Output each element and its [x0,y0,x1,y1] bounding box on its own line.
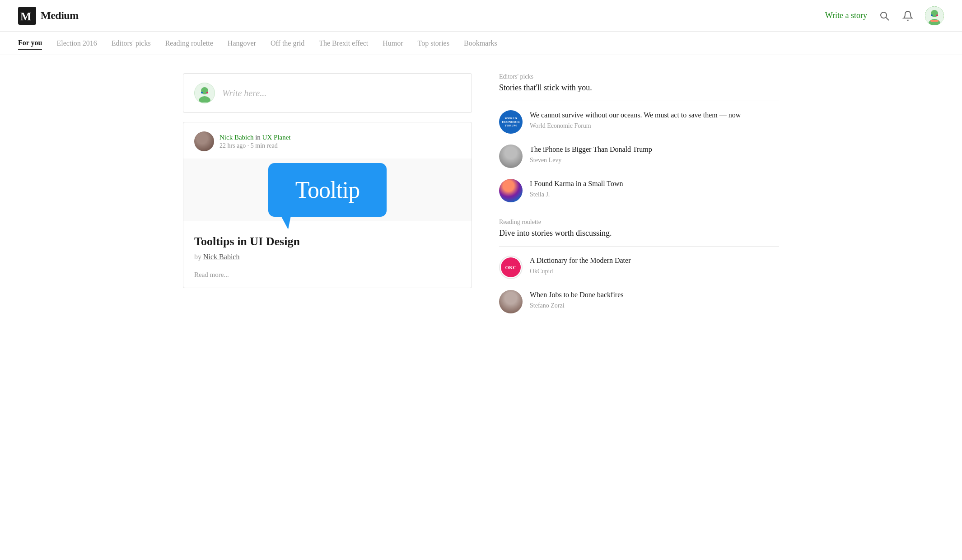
article-card: Nick Babich in UX Planet 22 hrs ago · 5 … [183,122,472,288]
reading-roulette-subtitle: Dive into stories worth discussing. [499,228,779,239]
byline-author-link[interactable]: Nick Babich [203,253,239,261]
meta-author-line: Nick Babich in UX Planet [219,134,291,141]
nav-item-for-you[interactable]: For you [18,37,42,50]
left-column: Write here... Nick Babich in UX Planet 2… [183,73,472,330]
header: M Medium Write a story [0,0,962,32]
navigation: For you Election 2016 Editors' picks Rea… [0,32,962,55]
svg-point-14 [206,92,208,93]
header-right: Write a story [825,6,944,25]
author-avatar [194,131,214,151]
list-item[interactable]: I Found Karma in a Small Town Stella J. [499,179,779,202]
meta-text: Nick Babich in UX Planet 22 hrs ago · 5 … [219,134,291,149]
main-content: Write here... Nick Babich in UX Planet 2… [165,55,797,330]
logo-area: M Medium [18,7,825,25]
svg-point-2 [881,12,887,18]
article-image: Tooltip [183,159,472,221]
nav-item-bookmarks[interactable]: Bookmarks [464,37,497,49]
story-title[interactable]: I Found Karma in a Small Town [530,179,623,189]
nav-item-editors-picks[interactable]: Editors' picks [112,37,151,49]
story-author: Stefano Zorzi [530,302,624,309]
time-ago: 22 hrs ago [219,142,246,149]
nav-item-brexit[interactable]: The Brexit effect [319,37,368,49]
right-column: Editors' picks Stories that'll stick wit… [499,73,779,330]
nav-item-election[interactable]: Election 2016 [56,37,97,49]
story-thumb-wef: WORLDECONOMICFORUM [499,110,523,134]
meta-time-read: 22 hrs ago · 5 min read [219,142,291,149]
story-author: World Economic Forum [530,122,741,130]
avatar-image [925,6,944,25]
user-avatar[interactable] [925,6,944,25]
story-text: A Dictionary for the Modern Dater OkCupi… [530,256,630,275]
article-byline: by Nick Babich [194,253,461,261]
story-thumb-stella [499,179,523,202]
story-thumb-okc: OKC [499,256,523,279]
read-time: 5 min read [251,142,278,149]
editors-picks-subtitle: Stories that'll stick with you. [499,82,779,93]
nav-item-top-stories[interactable]: Top stories [418,37,449,49]
byline-prefix: by [194,253,201,261]
story-title[interactable]: A Dictionary for the Modern Dater [530,256,630,266]
nav-item-hangover[interactable]: Hangover [228,37,256,49]
svg-point-7 [931,14,933,16]
article-title[interactable]: Tooltips in UI Design [194,234,461,249]
nav-item-off-the-grid[interactable]: Off the grid [271,37,304,49]
editors-picks-title: Editors' picks [499,73,779,80]
meta-dot: · [248,142,251,149]
tooltip-bubble: Tooltip [268,163,387,217]
logo-text: Medium [41,9,79,22]
story-author: Steven Levy [530,157,652,164]
reading-roulette-title: Reading roulette [499,219,779,226]
story-title[interactable]: When Jobs to be Done backfires [530,290,624,300]
read-more-link[interactable]: Read more... [183,266,472,288]
story-text: The iPhone Is Bigger Than Donald Trump S… [530,145,652,163]
article-title-section: Tooltips in UI Design by Nick Babich [183,221,472,266]
okc-logo: OKC [501,257,521,277]
write-story-link[interactable]: Write a story [825,11,867,20]
story-text: We cannot survive without our oceans. We… [530,110,741,129]
svg-line-3 [886,17,889,20]
story-author: OkCupid [530,268,630,275]
tooltip-label: Tooltip [295,177,360,203]
write-box-avatar [194,83,215,103]
story-title[interactable]: We cannot survive without our oceans. We… [530,110,741,120]
publication-link[interactable]: UX Planet [262,134,291,141]
reading-roulette-section: Reading roulette Dive into stories worth… [499,219,779,313]
svg-text:M: M [20,10,32,23]
list-item[interactable]: WORLDECONOMICFORUM We cannot survive wit… [499,110,779,134]
article-meta: Nick Babich in UX Planet 22 hrs ago · 5 … [183,122,472,159]
tooltip-graphic: Tooltip [268,163,387,217]
meta-in: in [255,134,262,141]
svg-point-13 [201,92,203,93]
write-box[interactable]: Write here... [183,73,472,113]
editors-picks-divider [499,101,779,101]
story-thumb-stefano [499,290,523,313]
story-text: When Jobs to be Done backfires Stefano Z… [530,290,624,309]
write-placeholder[interactable]: Write here... [222,88,266,98]
editors-picks-section: Editors' picks Stories that'll stick wit… [499,73,779,202]
story-text: I Found Karma in a Small Town Stella J. [530,179,623,198]
nav-item-reading-roulette[interactable]: Reading roulette [165,37,213,49]
author-link[interactable]: Nick Babich [219,134,253,141]
search-icon[interactable] [878,9,891,22]
list-item[interactable]: When Jobs to be Done backfires Stefano Z… [499,290,779,313]
list-item[interactable]: The iPhone Is Bigger Than Donald Trump S… [499,145,779,168]
svg-point-8 [936,14,938,16]
nav-item-humor[interactable]: Humor [383,37,403,49]
svg-rect-9 [930,20,939,22]
notifications-icon[interactable] [901,9,914,22]
medium-logo-icon: M [18,7,36,25]
story-title[interactable]: The iPhone Is Bigger Than Donald Trump [530,145,652,154]
author-avatar-img [194,131,214,151]
list-item[interactable]: OKC A Dictionary for the Modern Dater Ok… [499,256,779,279]
story-thumb-steven [499,145,523,168]
story-author: Stella J. [530,191,623,198]
reading-roulette-divider [499,246,779,247]
